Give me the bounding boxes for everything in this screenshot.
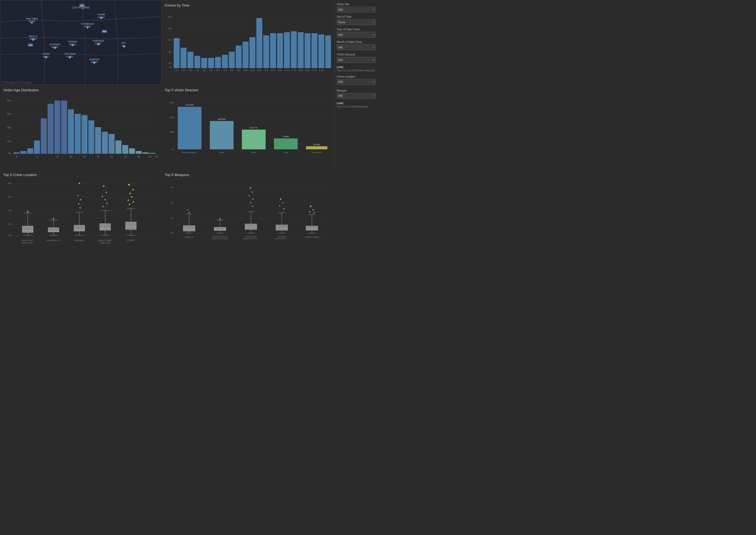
crime-location-select[interactable]: (All) (337, 79, 376, 85)
svg-rect-68 (222, 55, 228, 68)
svg-point-222 (128, 200, 129, 201)
svg-rect-125 (122, 145, 128, 154)
svg-text:0K: 0K (169, 66, 172, 69)
svg-point-209 (106, 203, 108, 204)
svg-rect-66 (215, 57, 221, 68)
svg-text:14:00: 14:00 (271, 70, 276, 71)
svg-text:80: 80 (137, 155, 140, 158)
svg-rect-60 (194, 56, 200, 68)
svg-text:STRONG-ARM: STRONG-ARM (245, 236, 257, 238)
svg-text:2K: 2K (170, 217, 173, 219)
month-select[interactable]: (All) (337, 44, 376, 50)
svg-rect-84 (277, 33, 283, 68)
svg-text:190: 190 (29, 44, 33, 46)
svg-text:19:00: 19:00 (305, 70, 310, 71)
svg-point-255 (249, 187, 251, 189)
svg-text:Southeast: Southeast (89, 58, 100, 61)
svg-point-208 (104, 199, 106, 200)
map-panel: 210 605 190 Los Angeles West Valley 32,3… (0, 0, 161, 85)
svg-text:10K: 10K (168, 62, 172, 65)
svg-point-257 (248, 195, 250, 196)
svg-text:90: 90 (149, 155, 151, 158)
victim-sex-select[interactable]: (All) (337, 7, 376, 13)
svg-point-224 (129, 204, 130, 205)
svg-rect-266 (276, 225, 287, 230)
svg-rect-128 (142, 152, 149, 154)
svg-rect-177 (22, 226, 33, 233)
svg-text:4K: 4K (9, 209, 12, 212)
svg-rect-112 (34, 141, 40, 154)
svg-text:40: 40 (83, 155, 86, 158)
svg-text:Foothill: Foothill (97, 13, 105, 16)
victim-sex-label: Victim Sex (337, 3, 376, 6)
svg-point-210 (102, 206, 104, 207)
svg-point-280 (313, 209, 314, 210)
svg-text:80K: 80K (7, 99, 12, 102)
svg-text:36,567: 36,567 (51, 46, 59, 48)
svg-rect-245 (214, 227, 226, 231)
svg-text:6K: 6K (170, 186, 173, 189)
svg-text:23,668: 23,668 (98, 16, 105, 18)
year-select[interactable]: (All) (337, 32, 376, 38)
svg-rect-237 (183, 226, 195, 231)
year-filter: Year of Date Crime .. (All) (337, 28, 376, 38)
svg-point-194 (78, 183, 80, 184)
weapons-panel: Top 5 Weapons 6K 4K 2K 0K (161, 170, 334, 254)
crime-location-label: Crime Location (337, 75, 376, 78)
svg-rect-54 (174, 38, 180, 68)
crimes-time-panel: Crimes by Time 50K 40K 30K 20K 10K 0K (161, 0, 334, 85)
victim-descent-select[interactable]: (All) (337, 57, 376, 63)
svg-rect-113 (41, 118, 47, 154)
svg-text:60: 60 (110, 155, 113, 158)
svg-text:42,581: 42,581 (66, 55, 73, 58)
crime-location-panel: Top 5 Crime Location 8K 6K 4K 2K 0K (0, 170, 161, 254)
svg-rect-216 (126, 222, 136, 230)
svg-text:6INCHES OR LESS: 6INCHES OR LESS (213, 238, 227, 239)
svg-rect-90 (298, 32, 304, 68)
svg-rect-98 (325, 35, 331, 68)
svg-text:7:00: 7:00 (223, 70, 227, 71)
svg-text:2:00: 2:00 (189, 70, 192, 71)
limit-filter-top: Limit Top 5 by COUNT([Victim Descent]) (337, 66, 376, 72)
svg-point-221 (131, 196, 132, 198)
svg-text:(HANDS, FIST, FEE...: (HANDS, FIST, FEE... (243, 238, 259, 239)
svg-text:0K: 0K (9, 152, 12, 155)
svg-point-256 (251, 191, 252, 192)
svg-text:23,067: 23,067 (95, 42, 102, 45)
svg-rect-72 (236, 46, 242, 68)
sort-of-time-label: Sort of Time (337, 15, 376, 18)
svg-rect-0 (1, 0, 161, 84)
svg-point-247 (219, 218, 221, 219)
svg-text:1:00: 1:00 (182, 70, 186, 71)
svg-rect-96 (318, 35, 324, 68)
svg-rect-121 (95, 127, 101, 154)
svg-point-240 (187, 209, 188, 210)
svg-text:10:00: 10:00 (243, 70, 248, 71)
svg-point-207 (102, 196, 103, 197)
svg-point-195 (77, 195, 79, 196)
svg-text:0:00: 0:00 (175, 70, 179, 71)
svg-text:40K: 40K (7, 126, 12, 129)
svg-text:20K: 20K (7, 140, 12, 143)
svg-text:16:00: 16:00 (284, 70, 289, 71)
month-label: Month of Date Crime .. (337, 41, 376, 43)
svg-text:272,04K: 272,04K (186, 104, 194, 106)
svg-point-219 (132, 189, 134, 190)
svg-text:DWELLING ..: DWELLING .. (22, 242, 34, 244)
crimes-time-title: Crimes by Time (165, 3, 331, 7)
weapon-limit-note: Top 5 by COUNT([Weapon]) (337, 105, 376, 108)
svg-rect-277 (306, 226, 318, 231)
svg-text:17:00: 17:00 (291, 70, 296, 71)
svg-rect-127 (136, 151, 142, 154)
svg-point-258 (252, 198, 253, 200)
svg-point-198 (80, 207, 81, 209)
weapon-select[interactable]: (All) (337, 93, 376, 99)
sort-of-time-select[interactable]: Hours (337, 19, 376, 25)
svg-rect-88 (291, 31, 297, 68)
victim-descent-label: Victim Descent (337, 53, 376, 56)
victim-age-title: Victim Age Distribution (3, 88, 158, 92)
svg-text:HAND GUN: HAND GUN (184, 236, 194, 238)
svg-text:50: 50 (97, 155, 100, 158)
svg-text:Pacific: Pacific (43, 52, 49, 55)
svg-rect-58 (188, 52, 193, 68)
